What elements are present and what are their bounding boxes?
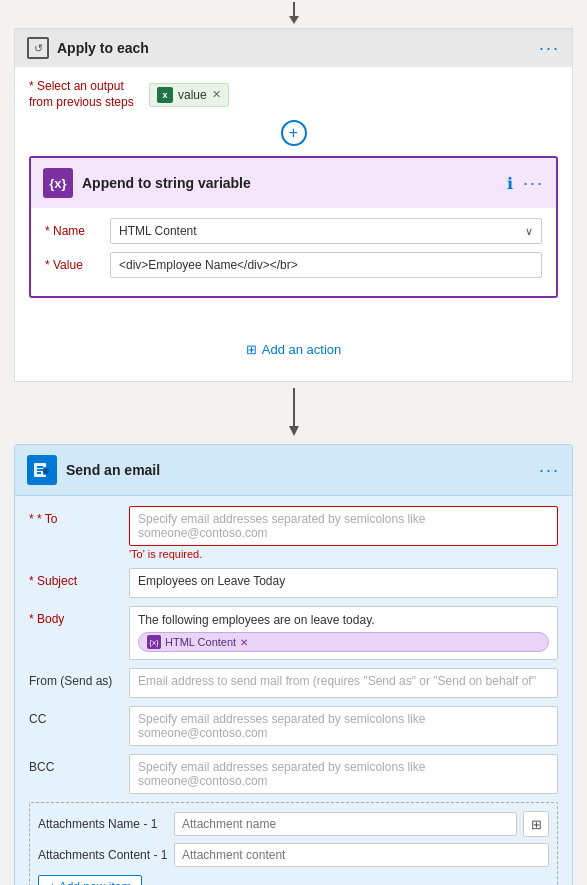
name-field-input[interactable]: HTML Content ∨ (110, 218, 542, 244)
apply-each-header-left: ↺ Apply to each (27, 37, 149, 59)
html-tag-variable-icon: {x} (147, 635, 161, 649)
to-field-label: * * To (29, 506, 129, 526)
value-field-input[interactable]: <div>Employee Name</div></br> (110, 252, 542, 278)
add-step-button[interactable]: + (281, 120, 307, 146)
variable-icon: {x} (43, 168, 73, 198)
append-string-body: * Name HTML Content ∨ * Value <div>Emplo… (31, 208, 556, 296)
send-email-card: Send an email ··· * * To Specify email a… (14, 444, 573, 885)
add-action-icon: ⊞ (246, 342, 257, 357)
value-tag[interactable]: x value ✕ (149, 83, 229, 107)
apply-each-title: Apply to each (57, 40, 149, 56)
subject-value: Employees on Leave Today (138, 574, 285, 588)
apply-each-container: ↺ Apply to each ··· * Select an outputfr… (14, 28, 573, 382)
excel-icon: x (157, 87, 173, 103)
html-content-tag[interactable]: {x} HTML Content ✕ (138, 632, 549, 652)
cc-field-label: CC (29, 706, 129, 726)
email-card-header-left: Send an email (27, 455, 160, 485)
apply-each-more-button[interactable]: ··· (539, 39, 560, 57)
body-field-row: * Body The following employees are on le… (29, 606, 558, 660)
value-field-value: <div>Employee Name</div></br> (119, 258, 298, 272)
from-field-input[interactable]: Email address to send mail from (require… (129, 668, 558, 698)
apply-each-header: ↺ Apply to each ··· (15, 29, 572, 67)
loop-icon: ↺ (27, 37, 49, 59)
email-card-header: Send an email ··· (15, 445, 572, 496)
value-field-row: * Value <div>Employee Name</div></br> (45, 252, 542, 278)
apply-each-body: * Select an outputfrom previous steps x … (15, 67, 572, 381)
info-icon[interactable]: ℹ (507, 174, 513, 193)
add-action-label: Add an action (262, 342, 342, 357)
subject-field-row: * Subject Employees on Leave Today (29, 568, 558, 598)
html-tag-remove[interactable]: ✕ (240, 637, 248, 648)
body-field-input[interactable]: The following employees are on leave tod… (129, 606, 558, 660)
bcc-field-input[interactable]: Specify email addresses separated by sem… (129, 754, 558, 794)
to-error-msg: 'To' is required. (129, 548, 558, 560)
value-tag-remove[interactable]: ✕ (212, 88, 221, 101)
name-field-row: * Name HTML Content ∨ (45, 218, 542, 244)
to-field-stack: Specify email addresses separated by sem… (129, 506, 558, 560)
attachments-name-label: Attachments Name - 1 (38, 817, 168, 831)
attachments-content-input[interactable] (174, 843, 549, 867)
name-field-label: * Name (45, 224, 110, 238)
add-step-circle[interactable]: + (29, 120, 558, 146)
to-placeholder: Specify email addresses separated by sem… (138, 512, 425, 540)
value-tag-label: value (178, 88, 207, 102)
append-string-header: {x} Append to string variable ℹ ··· (31, 158, 556, 208)
bcc-field-row: BCC Specify email addresses separated by… (29, 754, 558, 794)
add-action-row: ⊞ Add an action (29, 326, 558, 369)
inner-spacer (29, 308, 558, 326)
append-string-more-button[interactable]: ··· (523, 174, 544, 192)
attachments-name-input[interactable] (174, 812, 517, 836)
attachments-content-label: Attachments Content - 1 (38, 848, 168, 862)
html-content-label: HTML Content (165, 636, 236, 648)
top-connector-arrow (0, 0, 587, 28)
name-field-value: HTML Content (119, 224, 197, 238)
bcc-placeholder: Specify email addresses separated by sem… (138, 760, 425, 788)
append-string-title: Append to string variable (82, 175, 251, 191)
append-string-card: {x} Append to string variable ℹ ··· * Na… (29, 156, 558, 298)
value-field-label: * Value (45, 258, 110, 272)
add-new-item-label: + Add new item (49, 880, 131, 885)
svg-marker-3 (289, 426, 299, 436)
add-new-item-button[interactable]: + Add new item (38, 875, 142, 885)
to-field-row: * * To Specify email addresses separated… (29, 506, 558, 560)
select-output-label: * Select an outputfrom previous steps (29, 79, 139, 110)
add-action-button[interactable]: ⊞ Add an action (246, 342, 342, 357)
outlook-icon (27, 455, 57, 485)
subject-field-label: * Subject (29, 568, 129, 588)
select-output-row: * Select an outputfrom previous steps x … (29, 79, 558, 110)
middle-arrow (0, 388, 587, 438)
from-field-row: From (Send as) Email address to send mai… (29, 668, 558, 698)
name-chevron-icon: ∨ (525, 225, 533, 238)
attachments-name-icon-btn[interactable]: ⊞ (523, 811, 549, 837)
svg-rect-6 (37, 469, 43, 471)
attachments-name-row: Attachments Name - 1 ⊞ (38, 811, 549, 837)
attachments-section: Attachments Name - 1 ⊞ Attachments Conte… (29, 802, 558, 885)
body-text: The following employees are on leave tod… (138, 613, 549, 627)
bcc-field-label: BCC (29, 754, 129, 774)
attachments-content-row: Attachments Content - 1 (38, 843, 549, 867)
svg-rect-7 (37, 472, 41, 474)
email-more-button[interactable]: ··· (539, 461, 560, 479)
email-card-body: * * To Specify email addresses separated… (15, 496, 572, 885)
from-field-label: From (Send as) (29, 668, 129, 688)
body-field-label: * Body (29, 606, 129, 626)
svg-rect-5 (37, 466, 43, 468)
cc-field-row: CC Specify email addresses separated by … (29, 706, 558, 746)
from-placeholder: Email address to send mail from (require… (138, 674, 536, 688)
to-field-input[interactable]: Specify email addresses separated by sem… (129, 506, 558, 546)
cc-placeholder: Specify email addresses separated by sem… (138, 712, 425, 740)
append-string-header-left: {x} Append to string variable (43, 168, 251, 198)
svg-point-9 (43, 468, 49, 474)
svg-marker-1 (289, 16, 299, 24)
cc-field-input[interactable]: Specify email addresses separated by sem… (129, 706, 558, 746)
append-string-actions: ℹ ··· (507, 174, 544, 193)
email-card-title: Send an email (66, 462, 160, 478)
subject-field-input[interactable]: Employees on Leave Today (129, 568, 558, 598)
